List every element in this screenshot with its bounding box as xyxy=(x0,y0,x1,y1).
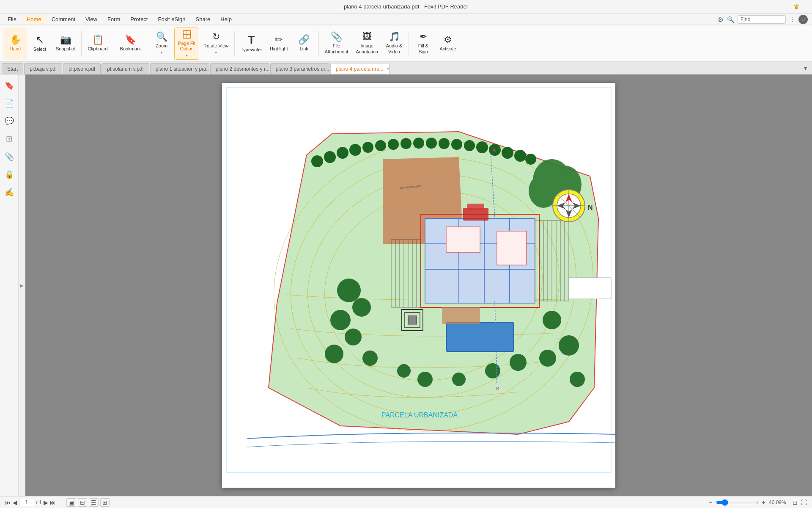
svg-point-23 xyxy=(476,141,488,153)
prev-page-btn[interactable]: ◀ xyxy=(13,499,17,506)
tab-plano2[interactable]: plano 2 desmontes y r... xyxy=(210,63,269,74)
settings-icon[interactable]: ⚙ xyxy=(718,16,724,24)
fit-page-btn[interactable]: ⊡ xyxy=(793,499,798,506)
fullscreen-btn[interactable]: ⛶ xyxy=(801,499,807,506)
tool-link[interactable]: 🔗 Link xyxy=(292,28,316,60)
tab-start[interactable]: Start xyxy=(2,63,23,74)
hand-icon: ✋ xyxy=(10,35,21,44)
menu-home[interactable]: Home xyxy=(22,15,46,24)
sidebar-item-bookmarks[interactable]: 🔖 xyxy=(2,78,17,93)
tool-bookmark[interactable]: 🔖 Bookmark xyxy=(117,28,145,60)
tool-typewriter[interactable]: T Typewriter xyxy=(237,28,266,60)
tool-activate[interactable]: ⚙ Activate xyxy=(436,28,460,60)
zoom-dropdown-arrow: ▼ xyxy=(160,51,163,55)
user-avatar[interactable]: U xyxy=(798,15,808,24)
svg-point-17 xyxy=(401,138,411,149)
svg-point-74 xyxy=(543,311,561,329)
svg-point-27 xyxy=(525,154,536,165)
snapshot-icon: 📷 xyxy=(60,35,71,44)
sidebar-item-layers[interactable]: ⊞ xyxy=(2,131,17,146)
tab-plsolarium[interactable]: pl.solarium v.pdf xyxy=(102,63,149,74)
current-page-input[interactable] xyxy=(19,499,34,506)
view-single-icon[interactable]: ▣ xyxy=(66,498,76,507)
svg-point-12 xyxy=(337,147,348,159)
svg-point-63 xyxy=(337,279,361,302)
svg-point-15 xyxy=(375,140,386,151)
menu-protect[interactable]: Protect xyxy=(126,15,152,24)
svg-point-73 xyxy=(510,354,527,371)
pdf-area[interactable]: N A B PARCELA URBANIZADA parcela catastr… xyxy=(25,75,812,496)
sidebar-item-security[interactable]: 🔒 xyxy=(2,167,17,182)
tool-zoom[interactable]: 🔍 Zoom ▼ xyxy=(150,28,173,60)
search-icon[interactable]: 🔍 xyxy=(727,16,734,23)
tab-plano4[interactable]: plano 4 parcela urb... ✕ xyxy=(330,63,390,74)
status-right: − + 40.09% ⊡ ⛶ xyxy=(708,499,807,506)
next-page-btn[interactable]: ▶ xyxy=(44,499,48,506)
tab-plano4-close[interactable]: ✕ xyxy=(386,66,390,72)
sidebar-item-comments[interactable]: 💬 xyxy=(2,113,17,129)
menu-file[interactable]: File xyxy=(3,15,21,24)
tool-hand[interactable]: ✋ Hand xyxy=(3,28,27,60)
typewriter-icon: T xyxy=(248,34,255,45)
menu-view[interactable]: View xyxy=(81,15,102,24)
clipboard-label: Clipboard xyxy=(88,46,107,52)
tool-fillsign[interactable]: ✒ Fill &Sign xyxy=(411,28,435,60)
view-facing-icon[interactable]: ⊟ xyxy=(78,498,87,507)
audiovideo-label: Audio &Video xyxy=(386,43,403,54)
typewriter-label: Typewriter xyxy=(241,47,262,52)
tab-plbaja[interactable]: pl.baja v.pdf xyxy=(24,63,62,74)
tool-fileattachment[interactable]: 📎 FileAttachment xyxy=(321,28,352,60)
rotateview-dropdown-arrow: ▼ xyxy=(214,51,218,55)
svg-point-14 xyxy=(362,142,373,153)
more-options-icon[interactable]: ⋮ xyxy=(789,16,795,23)
sidebar: 🔖 📄 💬 ⊞ 📎 🔒 ✍ xyxy=(0,75,19,496)
svg-rect-40 xyxy=(497,231,527,265)
tool-audiovideo[interactable]: 🎵 Audio &Video xyxy=(382,28,406,60)
tool-clipboard[interactable]: 📋 Clipboard xyxy=(84,28,111,60)
svg-text:A: A xyxy=(493,147,496,152)
svg-text:B: B xyxy=(496,386,499,391)
clipboard-icon: 📋 xyxy=(92,35,104,44)
separator-1 xyxy=(81,31,82,56)
svg-point-13 xyxy=(349,144,361,156)
tab-plpiso[interactable]: pl.piso v.pdf xyxy=(63,63,101,74)
sidebar-item-signatures[interactable]: ✍ xyxy=(2,185,17,200)
tool-snapshot[interactable]: 📷 Snapshot xyxy=(52,28,79,60)
menu-share[interactable]: Share xyxy=(192,15,215,24)
imageannotation-label: ImageAnnotation xyxy=(356,43,378,54)
tool-imageannotation[interactable]: 🖼 ImageAnnotation xyxy=(352,28,381,60)
menu-comment[interactable]: Comment xyxy=(47,15,80,24)
bookmark-icon: 🔖 xyxy=(125,35,136,44)
tab-plano3[interactable]: plano 3 parametros ur... xyxy=(270,63,329,74)
tool-pagefit[interactable]: Page FitOption ▼ xyxy=(174,28,199,60)
menu-foxit-esign[interactable]: Foxit eSign xyxy=(154,15,189,24)
separator-2 xyxy=(114,31,114,56)
menu-help[interactable]: Help xyxy=(216,15,236,24)
zoom-out-btn[interactable]: − xyxy=(708,499,712,506)
total-pages: 1 xyxy=(39,500,42,505)
left-panel-toggle[interactable]: ▶ xyxy=(19,75,25,496)
view-spread-icon[interactable]: ⊞ xyxy=(100,498,110,507)
svg-rect-61 xyxy=(408,316,417,324)
svg-point-71 xyxy=(452,373,466,386)
fileattachment-icon: 📎 xyxy=(331,32,342,41)
tool-highlight[interactable]: ✏ Highlight xyxy=(266,28,291,60)
drawing-svg: N A B PARCELA URBANIZADA parcela catastr… xyxy=(222,83,615,477)
tab-plano1[interactable]: plano 1 situacion y par... xyxy=(150,63,209,74)
zoom-slider[interactable] xyxy=(716,499,758,506)
view-continuous-icon[interactable]: ☰ xyxy=(89,498,99,507)
first-page-btn[interactable]: ⏮ xyxy=(5,499,11,506)
svg-rect-93 xyxy=(569,278,611,299)
tool-select[interactable]: ↖ Select xyxy=(28,28,52,60)
svg-rect-62 xyxy=(442,307,480,324)
tool-rotateview[interactable]: ↻ Rotate View ▼ xyxy=(200,28,232,60)
last-page-btn[interactable]: ⏭ xyxy=(50,499,56,506)
sidebar-item-attachments[interactable]: 📎 xyxy=(2,149,17,164)
svg-point-11 xyxy=(324,151,336,163)
menu-form[interactable]: Form xyxy=(103,15,124,24)
sidebar-item-pages[interactable]: 📄 xyxy=(2,96,17,111)
tab-more-button[interactable]: ▾ xyxy=(801,63,810,73)
svg-rect-58 xyxy=(446,322,514,352)
zoom-in-btn[interactable]: + xyxy=(762,499,765,506)
find-input[interactable] xyxy=(741,17,783,22)
